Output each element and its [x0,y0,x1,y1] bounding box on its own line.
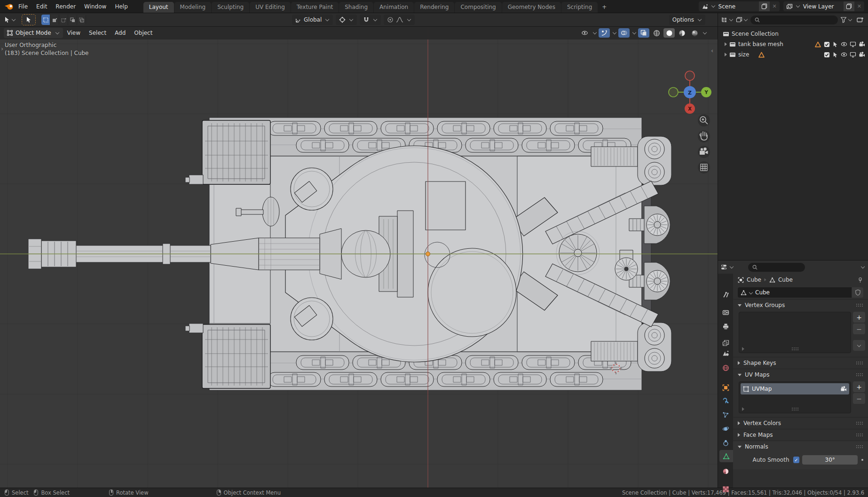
outliner-filter-button[interactable] [840,15,852,25]
pin-icon[interactable] [857,277,863,283]
tab-scripting[interactable]: Scripting [561,2,598,13]
list-expand-icon[interactable] [742,347,744,351]
uv-maps-header[interactable]: UV Maps [733,369,868,380]
add-uv-map-button[interactable]: + [853,381,865,392]
outliner-row-tank-base-mesh[interactable]: tank base mesh [718,39,868,49]
view-layer-selector[interactable]: View Layer ✕ [783,1,864,11]
sidebar-expand-arrow[interactable]: ‹ [711,47,713,54]
viewport-canvas[interactable] [0,27,718,488]
drag-grip-icon[interactable] [856,361,863,365]
tab-constraints[interactable] [719,437,732,449]
active-tool-selector[interactable] [4,15,16,25]
unlink-scene-button[interactable]: ✕ [770,3,780,9]
select-mode-set[interactable] [41,15,50,25]
face-maps-header[interactable]: Face Maps [733,429,868,441]
disable-render-icon[interactable] [859,51,865,58]
outliner-editor-type-button[interactable] [721,15,734,25]
selectable-icon[interactable] [832,52,838,58]
outliner-row-scene-collection[interactable]: Scene Collection [718,29,868,39]
toolbar-expand-arrow[interactable]: › [1,45,3,52]
fake-user-button[interactable] [852,287,863,298]
viewport-menu-select[interactable]: Select [85,30,110,36]
expand-arrow-icon[interactable] [725,42,727,46]
visibility-dropdown[interactable] [579,28,590,38]
animate-property-dot[interactable] [861,459,863,461]
shading-rendered-button[interactable] [689,28,700,38]
vertex-groups-list[interactable] [739,312,851,353]
collection-label[interactable]: size [738,51,749,58]
outliner-row-size[interactable]: size [718,49,868,60]
shading-solid-button[interactable] [663,28,675,38]
uvmap-name[interactable]: UVMap [752,386,772,392]
vertex-groups-header[interactable]: Vertex Groups [733,300,868,311]
vertex-group-specials-button[interactable] [853,340,865,351]
shading-material-button[interactable] [676,28,687,38]
disable-viewport-icon[interactable] [850,41,856,47]
disable-render-icon[interactable] [859,41,865,47]
snap-toggle[interactable] [360,15,381,25]
new-scene-button[interactable] [759,1,770,11]
add-vertex-group-button[interactable]: + [853,312,865,323]
tab-texture[interactable] [719,483,732,495]
orientation-gizmo[interactable]: Y X Z [669,71,711,114]
active-render-camera-icon[interactable] [840,386,847,392]
hide-viewport-icon[interactable] [841,41,847,47]
drag-grip-icon[interactable] [856,373,863,377]
remove-view-layer-button[interactable]: ✕ [854,3,864,9]
tab-layout[interactable]: Layout [143,2,174,13]
gizmo-neg-x-ball[interactable] [685,71,694,80]
selectable-icon[interactable] [832,41,838,47]
properties-editor-type-button[interactable] [721,262,734,272]
list-resize-grip[interactable] [791,347,799,351]
outliner-search-input[interactable] [750,16,838,24]
remove-vertex-group-button[interactable]: − [853,323,865,334]
tab-render[interactable] [719,306,732,318]
mode-dropdown[interactable]: Object Mode [4,28,63,38]
expand-arrow-icon[interactable] [725,53,727,56]
auto-smooth-checkbox[interactable]: ✓ [793,457,800,463]
viewport-3d[interactable]: Object Mode View Select Add Object [0,27,718,488]
scene-name[interactable]: Scene [718,3,759,10]
viewport-menu-view[interactable]: View [63,30,85,36]
uvmap-list-item[interactable]: UVMap [741,383,849,394]
tab-scene[interactable] [719,347,732,359]
tab-modeling[interactable]: Modeling [174,2,212,13]
list-expand-icon[interactable] [742,407,744,411]
normals-header[interactable]: Normals [733,441,868,452]
shape-keys-header[interactable]: Shape Keys [733,357,868,369]
tab-output[interactable] [719,320,732,332]
view-layer-name[interactable]: View Layer [803,3,844,10]
shading-wireframe-button[interactable] [651,28,662,38]
checkbox-icon[interactable] [824,52,830,58]
vertex-colors-header[interactable]: Vertex Colors [733,418,868,429]
breadcrumb-data[interactable]: Cube [778,276,793,283]
tab-tool[interactable] [719,288,732,300]
scene-selector[interactable]: Scene ✕ [699,1,780,11]
viewport-menu-object[interactable]: Object [130,30,157,36]
tab-compositing[interactable]: Compositing [455,2,501,13]
add-workspace-button[interactable]: + [598,2,610,13]
mesh-name-field[interactable]: Cube [738,287,852,298]
disable-viewport-icon[interactable] [850,51,856,58]
checkbox-icon[interactable] [824,41,830,47]
hide-viewport-icon[interactable] [841,51,847,58]
select-mode-extend[interactable] [50,15,59,25]
tab-modifiers[interactable] [719,394,732,406]
tab-animation[interactable]: Animation [374,2,414,13]
tweak-tool-button[interactable] [22,14,36,25]
new-collection-button[interactable] [855,15,865,25]
new-view-layer-button[interactable] [844,1,854,11]
select-mode-intersect[interactable] [77,15,86,25]
menu-edit[interactable]: Edit [32,0,51,13]
select-mode-subtract[interactable] [59,15,68,25]
menu-help[interactable]: Help [110,0,132,13]
drag-grip-icon[interactable] [856,421,863,425]
breadcrumb-object[interactable]: Cube [747,276,761,283]
select-mode-invert[interactable] [68,15,77,25]
list-resize-grip[interactable] [791,407,799,411]
tab-physics[interactable] [719,422,732,434]
tab-shading[interactable]: Shading [339,2,373,13]
xray-toggle[interactable] [638,28,649,38]
auto-smooth-angle-slider[interactable]: 30° [802,455,858,465]
gizmos-toggle[interactable] [599,28,610,38]
